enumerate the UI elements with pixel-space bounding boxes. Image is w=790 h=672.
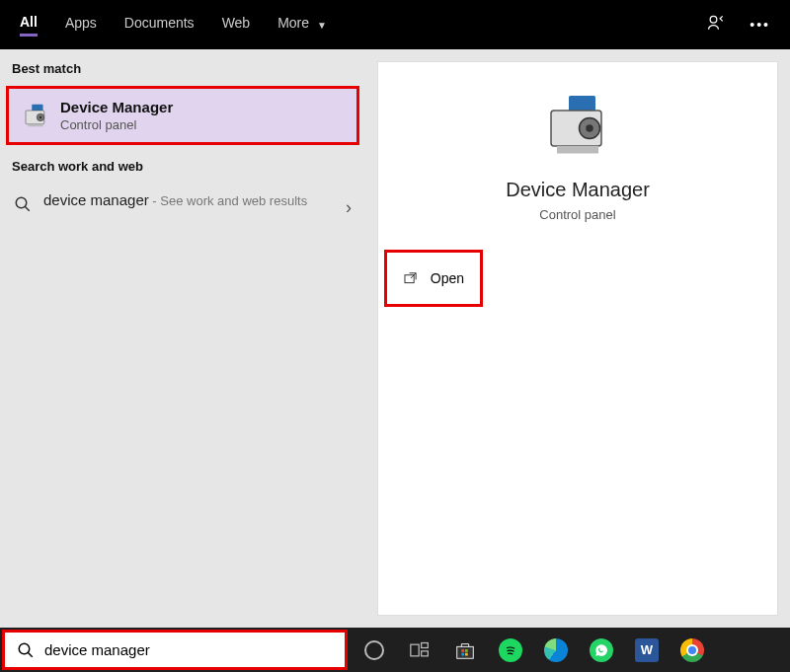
svg-rect-16 bbox=[411, 644, 419, 656]
svg-rect-17 bbox=[422, 642, 429, 647]
svg-rect-19 bbox=[457, 646, 474, 658]
svg-point-14 bbox=[19, 643, 30, 654]
tab-all[interactable]: All bbox=[20, 14, 38, 37]
chevron-down-icon: ▼ bbox=[317, 20, 327, 31]
svg-point-11 bbox=[586, 124, 593, 132]
open-icon bbox=[403, 270, 419, 286]
open-label: Open bbox=[431, 270, 464, 286]
svg-rect-12 bbox=[557, 146, 598, 154]
svg-point-4 bbox=[40, 116, 42, 119]
edge-icon[interactable] bbox=[543, 637, 569, 663]
best-match-label: Best match bbox=[0, 49, 365, 86]
microsoft-store-icon[interactable] bbox=[452, 637, 478, 663]
filter-tabs: All Apps Documents Web More ▼ bbox=[20, 14, 327, 37]
svg-rect-20 bbox=[461, 649, 464, 652]
best-match-device-manager[interactable]: Device Manager Control panel bbox=[6, 86, 359, 145]
web-result-query: device manager bbox=[43, 191, 149, 208]
search-icon bbox=[17, 641, 35, 659]
svg-rect-22 bbox=[461, 652, 464, 655]
tab-web[interactable]: Web bbox=[222, 15, 251, 35]
svg-rect-5 bbox=[29, 124, 43, 127]
tab-documents[interactable]: Documents bbox=[124, 15, 195, 35]
svg-rect-23 bbox=[465, 652, 468, 655]
chrome-icon[interactable] bbox=[679, 637, 705, 663]
results-list: Best match Device Manager Control panel … bbox=[0, 49, 365, 628]
taskbar: W bbox=[0, 628, 790, 672]
task-view-icon[interactable] bbox=[407, 637, 433, 663]
svg-line-7 bbox=[25, 206, 30, 211]
whatsapp-icon[interactable] bbox=[589, 637, 614, 663]
search-filter-bar: All Apps Documents Web More ▼ ••• bbox=[0, 0, 790, 49]
details-title: Device Manager bbox=[378, 179, 777, 201]
tab-more[interactable]: More bbox=[277, 15, 309, 35]
best-match-title: Device Manager bbox=[60, 99, 173, 115]
word-icon[interactable]: W bbox=[634, 637, 660, 663]
taskbar-search[interactable] bbox=[2, 630, 348, 670]
svg-point-6 bbox=[16, 197, 27, 208]
svg-rect-21 bbox=[465, 649, 468, 652]
search-input[interactable] bbox=[44, 641, 333, 658]
svg-point-0 bbox=[710, 16, 717, 23]
taskbar-tray: W bbox=[350, 637, 717, 663]
device-manager-large-icon bbox=[542, 90, 613, 161]
open-action[interactable]: Open bbox=[384, 250, 483, 307]
web-result-hint: - See work and web results bbox=[149, 193, 307, 208]
cortana-icon[interactable] bbox=[361, 637, 387, 663]
more-options-icon[interactable]: ••• bbox=[750, 17, 770, 33]
search-work-web-label: Search work and web bbox=[0, 147, 365, 184]
details-subtitle: Control panel bbox=[378, 207, 777, 222]
best-match-text: Device Manager Control panel bbox=[60, 99, 173, 132]
svg-line-15 bbox=[28, 652, 33, 657]
device-manager-icon bbox=[21, 101, 50, 130]
web-result-item[interactable]: device manager - See work and web result… bbox=[0, 184, 365, 226]
header-actions: ••• bbox=[706, 13, 770, 37]
details-column: Device Manager Control panel Open bbox=[365, 49, 790, 628]
feedback-icon[interactable] bbox=[706, 13, 726, 37]
search-icon bbox=[14, 195, 32, 213]
search-results-body: Best match Device Manager Control panel … bbox=[0, 49, 790, 628]
details-panel: Device Manager Control panel Open bbox=[377, 61, 778, 616]
svg-rect-18 bbox=[422, 650, 429, 655]
chevron-right-icon[interactable]: › bbox=[346, 197, 352, 218]
spotify-icon[interactable] bbox=[498, 637, 523, 663]
tab-apps[interactable]: Apps bbox=[65, 15, 97, 35]
best-match-subtitle: Control panel bbox=[60, 117, 173, 132]
web-result-text: device manager - See work and web result… bbox=[43, 191, 334, 209]
